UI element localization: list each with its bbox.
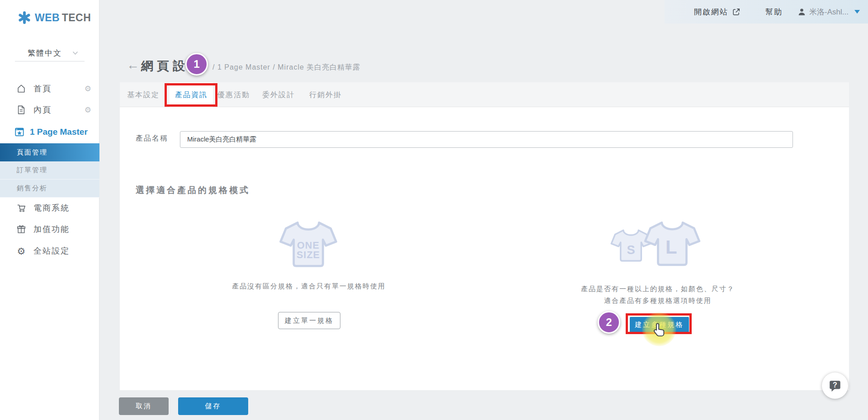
sidebar-item-label: 電商系統 <box>33 203 70 213</box>
document-icon <box>16 105 26 115</box>
sidebar-subitem-label: 頁面管理 <box>17 148 47 157</box>
back-button[interactable]: ← <box>127 58 139 72</box>
svg-text:S: S <box>627 243 635 257</box>
sidebar-item-inner-pages[interactable]: 內頁 ⚙ <box>0 101 99 119</box>
sidebar-subitem-order-management[interactable]: 訂單管理 <box>0 161 99 179</box>
create-single-spec-button[interactable]: 建立單一規格 <box>278 312 340 329</box>
gift-icon <box>16 224 26 234</box>
product-name-input[interactable] <box>180 131 793 148</box>
help-label: 幫助 <box>765 7 783 17</box>
sidebar-item-label: 加值功能 <box>33 224 70 235</box>
svg-text:L: L <box>665 236 677 258</box>
language-label: 繁體中文 <box>15 48 62 58</box>
external-link-icon <box>732 8 741 16</box>
sidebar-item-label: 首頁 <box>33 83 52 94</box>
tab-marketing-plugins[interactable]: 行銷外掛 <box>307 82 344 107</box>
sidebar-subitem-page-management[interactable]: 頁面管理 <box>0 143 99 161</box>
sidebar-item-label: 全站設定 <box>33 245 70 256</box>
topbar: 開啟網站 幫助 米洛-Ashl... <box>665 0 868 24</box>
sidebar-subitem-sales-analytics[interactable]: 銷售分析 <box>0 179 99 198</box>
brand-logo: WEB TECH <box>18 11 91 24</box>
tab-product-info[interactable]: 產品資訊 <box>170 82 213 107</box>
save-button[interactable]: 儲存 <box>178 397 248 415</box>
window-star-icon <box>14 127 24 137</box>
svg-text:?: ? <box>833 381 837 389</box>
home-icon <box>16 84 26 94</box>
brand-text-tech: TECH <box>62 12 91 24</box>
sidebar-item-addons[interactable]: 加值功能 <box>0 220 99 238</box>
asterisk-logo-icon <box>18 11 31 24</box>
sidebar-item-site-settings[interactable]: ⚙ 全站設定 <box>0 242 99 260</box>
sidebar-item-label: 1 Page Master <box>30 127 88 137</box>
question-bubble-icon: ? <box>828 378 842 393</box>
create-multi-spec-button[interactable]: 建立多種規格 <box>630 317 689 332</box>
help-link[interactable]: 幫助 <box>765 7 783 17</box>
tab-bar: 基本設定 產品資訊 優惠活動 委外設計 行銷外掛 <box>120 82 849 107</box>
tab-promotions[interactable]: 優惠活動 <box>216 82 252 107</box>
settings-gear-icon[interactable]: ⚙ <box>85 85 91 93</box>
multi-spec-description: 產品是否有一種以上的規格，如顏色、尺寸？ 適合產品有多種規格選項時使用 <box>522 283 793 307</box>
user-menu[interactable]: 米洛-Ashl... <box>797 7 860 17</box>
multi-spec-description-line2: 適合產品有多種規格選項時使用 <box>522 295 793 307</box>
breadcrumb: / 1 Page Master / Miracle 美白亮白精華露 <box>212 63 360 72</box>
settings-gear-icon[interactable]: ⚙ <box>85 106 91 114</box>
sidebar: WEB TECH 繁體中文 首頁 ⚙ 內頁 ⚙ <box>0 0 99 420</box>
user-icon <box>797 8 806 16</box>
language-selector[interactable]: 繁體中文 <box>15 45 85 61</box>
open-site-link[interactable]: 開啟網站 <box>694 7 741 17</box>
multi-spec-description-line1: 產品是否有一種以上的規格，如顏色、尺寸？ <box>522 283 793 295</box>
sidebar-item-ecommerce[interactable]: 電商系統 <box>0 199 99 217</box>
spec-mode-heading: 選擇適合產品的規格模式 <box>136 184 250 196</box>
step-2-badge: 2 <box>598 311 620 334</box>
settings-card: 基本設定 產品資訊 優惠活動 委外設計 行銷外掛 產品名稱 選擇適合產品的規格模… <box>120 82 849 390</box>
brand-text-web: WEB <box>35 12 60 24</box>
user-name: 米洛-Ashl... <box>809 7 849 17</box>
cancel-button[interactable]: 取消 <box>119 397 169 415</box>
svg-text:ONE: ONE <box>297 240 320 251</box>
sidebar-subitem-label: 訂單管理 <box>17 166 47 175</box>
sidebar-item-home[interactable]: 首頁 ⚙ <box>0 80 99 98</box>
single-spec-description: 產品沒有區分規格，適合只有單一規格時使用 <box>173 282 444 291</box>
multi-size-shirts-icon: S L <box>609 218 702 271</box>
app-root: WEB TECH 繁體中文 首頁 ⚙ 內頁 ⚙ <box>0 0 868 420</box>
open-site-label: 開啟網站 <box>694 7 728 17</box>
product-name-label: 產品名稱 <box>136 134 168 143</box>
sidebar-item-label: 內頁 <box>33 104 52 115</box>
chevron-down-icon <box>72 51 78 55</box>
tab-basic-settings[interactable]: 基本設定 <box>125 82 161 107</box>
caret-down-icon <box>854 10 860 14</box>
sidebar-item-1-page-master[interactable]: 1 Page Master <box>0 123 99 141</box>
tab-outsourced-design[interactable]: 委外設計 <box>260 82 297 107</box>
step-1-badge: 1 <box>185 53 208 76</box>
cart-icon <box>16 203 26 213</box>
gear-icon: ⚙ <box>16 246 26 256</box>
svg-text:SIZE: SIZE <box>297 250 320 260</box>
help-button[interactable]: ? <box>822 373 848 399</box>
one-size-shirt-icon: ONE SIZE <box>279 219 338 270</box>
sidebar-subitem-label: 銷售分析 <box>17 184 47 193</box>
